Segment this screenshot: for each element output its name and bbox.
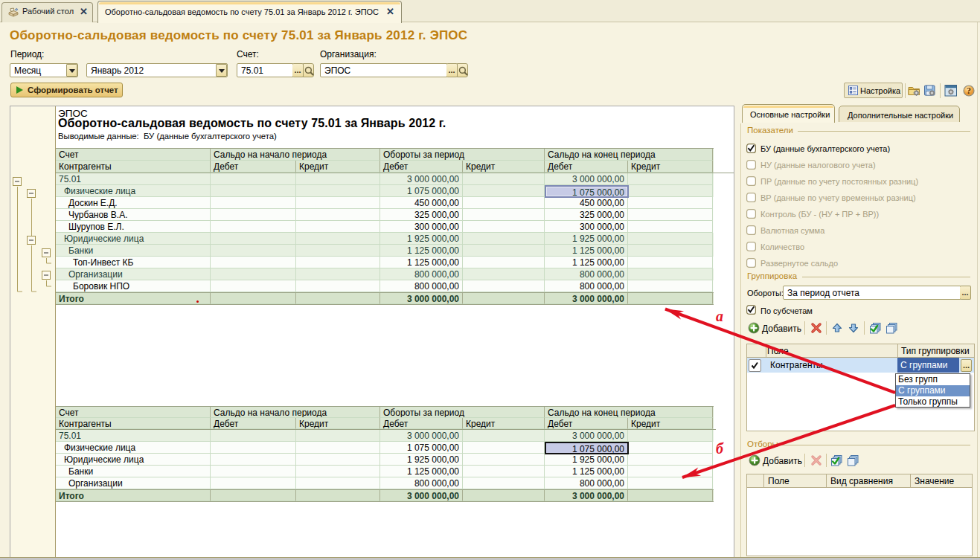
svg-text:?: ? <box>967 86 971 96</box>
